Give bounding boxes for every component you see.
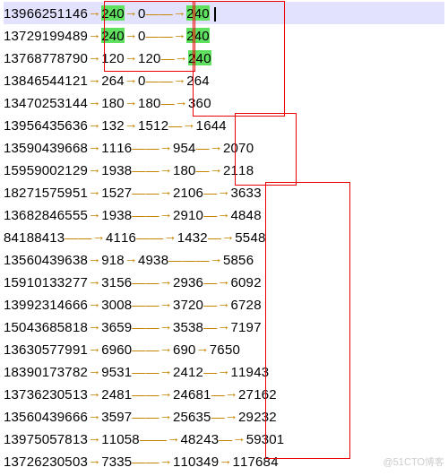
text-token: 3659 xyxy=(101,319,132,334)
editor-line[interactable]: 15043685818→3659——→3538—→7197 xyxy=(4,316,444,338)
text-token: 7197 xyxy=(231,319,262,334)
editor-line[interactable]: 84188413——→4116——→1432—→5548 xyxy=(4,226,444,248)
tab-arrow: ——→ xyxy=(132,185,173,200)
tab-arrow: ——→ xyxy=(132,297,173,312)
text-token: 2481 xyxy=(101,386,132,402)
text-token: 59301 xyxy=(246,431,285,446)
text-token: 3720 xyxy=(173,297,203,312)
tab-arrow: → xyxy=(88,409,101,424)
text-token: 11058 xyxy=(101,431,140,446)
editor-line[interactable]: 13992314666→3008——→3720—→6728 xyxy=(4,293,444,316)
tab-arrow: → xyxy=(88,386,101,402)
tab-arrow: ——→ xyxy=(132,386,173,402)
tab-arrow: —→ xyxy=(203,207,230,222)
text-token: 13956435636 xyxy=(4,117,88,133)
editor-line[interactable]: 13470253144→180→180—→360 xyxy=(4,91,444,114)
editor-line[interactable]: 13590439668→1116——→954—→2070 xyxy=(4,136,444,159)
text-token: 24681 xyxy=(173,386,211,402)
text-token: 120 xyxy=(101,50,125,65)
tab-arrow: → xyxy=(125,252,138,267)
tab-arrow: → xyxy=(196,342,210,357)
text-token: 11943 xyxy=(231,364,270,379)
text-token: 48243 xyxy=(181,431,220,446)
text-token: 0 xyxy=(138,28,146,43)
tab-arrow: ——→ xyxy=(132,364,173,379)
text-token: 1116 xyxy=(101,140,132,155)
match-highlight: 240 xyxy=(101,28,125,43)
tab-arrow: ——→ xyxy=(132,342,173,357)
editor-line[interactable]: 18271575951→1527——→2106—→3633 xyxy=(4,181,444,203)
tab-arrow: → xyxy=(88,162,101,177)
text-token: 13975057813 xyxy=(4,431,88,446)
editor-line[interactable]: 13682846555→1938——→2910—→4848 xyxy=(4,203,444,226)
text-token: 7650 xyxy=(210,342,240,357)
editor-line[interactable]: 13560439666→3597——→25635—→29232 xyxy=(4,405,444,428)
editor-line[interactable]: 13956435636→132→1512—→1644 xyxy=(4,114,444,136)
tab-arrow: → xyxy=(88,117,101,133)
editor-line[interactable]: 13729199489→240→0——→240 xyxy=(4,24,444,47)
editor-line[interactable]: 13768778790→120→120—→240 xyxy=(4,47,444,69)
tab-arrow: ——→ xyxy=(132,274,173,290)
editor-line[interactable]: 18390173782→9531——→2412—→11943 xyxy=(4,360,444,383)
tab-arrow: ——→ xyxy=(132,162,173,177)
tab-arrow: ——→ xyxy=(136,229,177,245)
text-token: 13846544121 xyxy=(4,73,88,88)
text-token: 0 xyxy=(138,73,146,88)
text-token: 2412 xyxy=(173,364,203,379)
editor-line[interactable]: 13560439638→918→4938———→5856 xyxy=(4,248,444,271)
text-editor[interactable]: 13966251146→240→0——→240 13729199489→240→… xyxy=(0,0,448,474)
text-token: 2070 xyxy=(223,140,254,155)
editor-line[interactable]: 13630577991→6960——→690→7650 xyxy=(4,338,444,360)
text-token: 3597 xyxy=(101,409,132,424)
tab-arrow: —→ xyxy=(203,274,230,290)
text-token: 18271575951 xyxy=(4,185,88,200)
tab-arrow: → xyxy=(125,73,138,88)
editor-line[interactable]: 13736230513→2481——→24681—→27162 xyxy=(4,383,444,405)
text-token: 6092 xyxy=(231,274,262,290)
tab-arrow: → xyxy=(219,454,232,469)
text-token: 18390173782 xyxy=(4,364,88,379)
tab-arrow: → xyxy=(88,185,101,200)
tab-arrow: —→ xyxy=(208,229,235,245)
text-token: 264 xyxy=(101,73,125,88)
text-token: 6960 xyxy=(101,342,132,357)
text-token: 180 xyxy=(173,162,196,177)
tab-arrow: → xyxy=(88,95,101,110)
tab-arrow: —→ xyxy=(211,386,238,402)
tab-arrow: → xyxy=(88,364,101,379)
tab-arrow: ——→ xyxy=(146,73,187,88)
text-token: 15910133277 xyxy=(4,274,88,290)
text-token: 15043685818 xyxy=(4,319,88,334)
tab-arrow: —→ xyxy=(161,50,188,65)
editor-line[interactable]: 13726230503→7335——→110349→117684 xyxy=(4,450,444,472)
text-token: 5548 xyxy=(235,229,265,245)
tab-arrow: → xyxy=(88,50,101,65)
text-token: 360 xyxy=(188,95,211,110)
editor-line[interactable]: 13975057813→11058——→48243—→59301 xyxy=(4,428,444,450)
tab-arrow: ——→ xyxy=(132,207,173,222)
text-token: 1432 xyxy=(177,229,208,245)
text-token: 25635 xyxy=(173,409,211,424)
tab-arrow: → xyxy=(88,28,101,43)
tab-arrow: —→ xyxy=(203,185,230,200)
text-token: 954 xyxy=(173,140,196,155)
text-token: 13736230513 xyxy=(4,386,88,402)
editor-line[interactable]: 13846544121→264→0——→264 xyxy=(4,69,444,91)
editor-line[interactable]: 13966251146→240→0——→240 xyxy=(4,2,444,24)
text-token: 4116 xyxy=(106,229,136,245)
tab-arrow: —→ xyxy=(196,140,223,155)
text-token: 180 xyxy=(138,95,161,110)
text-token: 13729199489 xyxy=(4,28,88,43)
text-token: 2106 xyxy=(173,185,203,200)
tab-arrow: —→ xyxy=(161,95,188,110)
text-token: 27162 xyxy=(238,386,277,402)
text-token: 3633 xyxy=(231,185,262,200)
tab-arrow: → xyxy=(88,274,101,290)
tab-arrow: → xyxy=(88,5,101,21)
tab-arrow: —→ xyxy=(196,162,223,177)
editor-line[interactable]: 15910133277→3156——→2936—→6092 xyxy=(4,271,444,293)
editor-line[interactable]: 15959002129→1938——→180—→2118 xyxy=(4,159,444,181)
text-token: 2118 xyxy=(223,162,254,177)
text-token: 1527 xyxy=(101,185,132,200)
text-token: 13630577991 xyxy=(4,342,88,357)
